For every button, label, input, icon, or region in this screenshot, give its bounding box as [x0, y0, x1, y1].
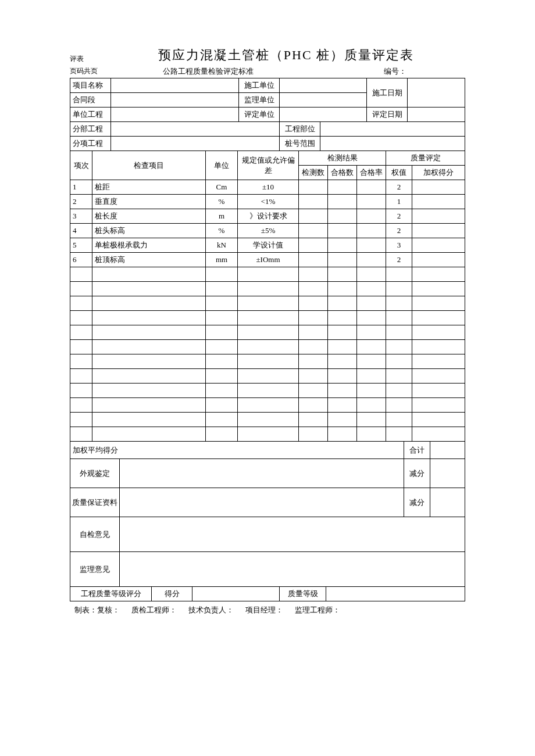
table-cell — [386, 296, 412, 311]
table-cell — [238, 296, 299, 311]
table-cell — [357, 282, 386, 296]
val-score — [192, 587, 280, 601]
th-item: 检查项目 — [92, 151, 206, 180]
table-cell — [206, 427, 238, 442]
table-cell — [206, 325, 238, 340]
table-cell — [299, 413, 328, 427]
table-cell — [412, 296, 465, 311]
th-quality-group: 质量评定 — [386, 151, 465, 166]
table-cell — [299, 354, 328, 369]
table-cell — [238, 384, 299, 398]
label-grade-eval: 工程质量等级评分 — [70, 587, 152, 601]
table-cell: 2 — [386, 253, 412, 267]
label-supervise-opinion: 监理意见 — [70, 552, 120, 587]
table-cell — [386, 267, 412, 282]
table-cell — [299, 238, 328, 253]
table-cell: Cm — [206, 180, 238, 195]
table-cell — [412, 311, 465, 325]
table-cell — [328, 325, 357, 340]
table-cell — [70, 384, 92, 398]
table-cell: 桩顶标高 — [92, 253, 206, 267]
table-cell: 2 — [70, 195, 92, 209]
table-cell — [299, 282, 328, 296]
th-spec: 规定值或允许偏差 — [238, 151, 299, 180]
table-cell — [70, 325, 92, 340]
table-cell — [357, 325, 386, 340]
table-cell — [70, 398, 92, 413]
table-cell: 1 — [386, 195, 412, 209]
table-cell — [357, 238, 386, 253]
table-cell: m — [206, 209, 238, 224]
table-cell — [386, 369, 412, 384]
table-cell — [238, 340, 299, 354]
table-cell — [328, 384, 357, 398]
table-cell — [70, 427, 92, 442]
page-number-label: 页码共页 — [70, 66, 134, 77]
label-part: 工程部位 — [280, 122, 320, 137]
val-eval-date — [408, 108, 465, 122]
table-cell: 6 — [70, 253, 92, 267]
table-row — [70, 296, 465, 311]
table-cell — [299, 209, 328, 224]
label-appearance: 外观鉴定 — [70, 459, 120, 488]
table-cell: 单桩极根承载力 — [92, 238, 206, 253]
sig-d: 项目经理： — [245, 605, 283, 615]
table-cell — [357, 398, 386, 413]
table-cell — [386, 413, 412, 427]
table-cell — [238, 325, 299, 340]
table-cell — [357, 267, 386, 282]
table-cell — [412, 195, 465, 209]
val-contract — [111, 93, 239, 108]
table-cell — [386, 340, 412, 354]
val-item-project — [111, 137, 280, 151]
label-deduct-2: 减分 — [404, 488, 430, 517]
table-cell — [412, 325, 465, 340]
table-cell: 》设计要求 — [238, 209, 299, 224]
label-deduct-1: 减分 — [404, 459, 430, 488]
table-cell: 2 — [386, 180, 412, 195]
table-cell — [70, 413, 92, 427]
table-cell — [386, 427, 412, 442]
table-cell — [299, 311, 328, 325]
table-cell — [238, 354, 299, 369]
sig-b: 质检工程师： — [131, 605, 177, 615]
val-supervise-opinion — [120, 552, 465, 587]
table-cell — [328, 354, 357, 369]
table-cell — [412, 267, 465, 282]
table-cell — [328, 311, 357, 325]
table-cell — [357, 296, 386, 311]
th-test-group: 检测结果 — [299, 151, 386, 166]
table-cell — [206, 398, 238, 413]
label-quality-grade: 质量等级 — [280, 587, 326, 601]
table-cell — [70, 267, 92, 282]
table-cell — [328, 296, 357, 311]
table-cell — [92, 384, 206, 398]
val-deduct-2 — [430, 488, 465, 517]
table-cell — [357, 180, 386, 195]
table-cell — [386, 354, 412, 369]
table-row — [70, 311, 465, 325]
table-cell — [386, 325, 412, 340]
table-cell — [412, 427, 465, 442]
table-cell — [299, 398, 328, 413]
table-row — [70, 325, 465, 340]
table-cell — [92, 267, 206, 282]
label-construct-unit: 施工单位 — [239, 78, 280, 93]
table-cell — [299, 340, 328, 354]
label-construct-date: 施工日期 — [367, 78, 408, 108]
table-cell — [299, 180, 328, 195]
table-cell — [92, 311, 206, 325]
val-eval-unit — [280, 108, 367, 122]
label-project-name: 项目名称 — [70, 78, 111, 93]
table-cell — [92, 427, 206, 442]
table-cell — [412, 369, 465, 384]
val-qa-docs — [120, 488, 404, 517]
table-cell — [328, 224, 357, 238]
table-cell: 2 — [386, 209, 412, 224]
table-cell — [357, 253, 386, 267]
table-cell — [92, 354, 206, 369]
table-cell: 学设计值 — [238, 238, 299, 253]
page-title: 预应力混凝土管桩（PHC 桩）质量评定表 — [107, 46, 465, 64]
th-pass-count: 合格数 — [328, 166, 357, 180]
label-unit-project: 单位工程 — [70, 108, 111, 122]
